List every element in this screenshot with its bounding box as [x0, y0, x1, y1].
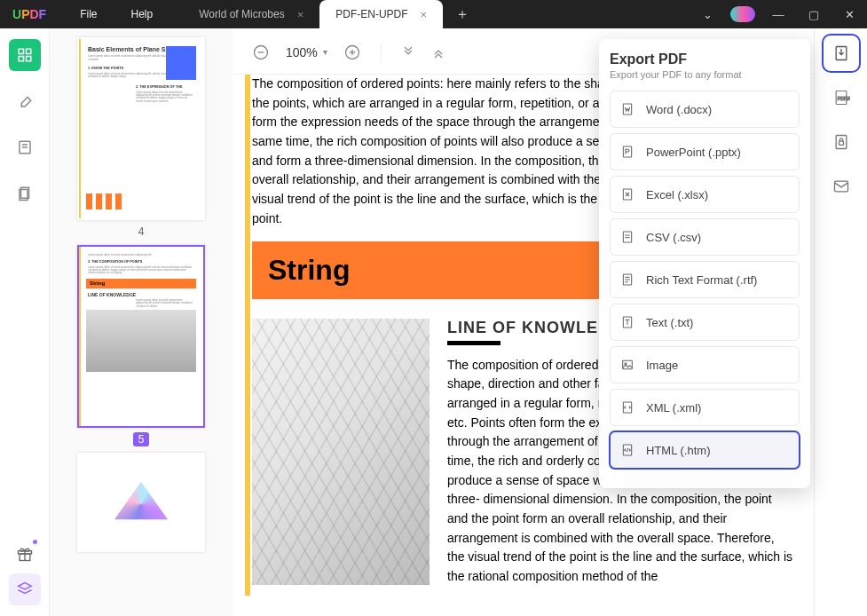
zoom-level[interactable]: 100%▾ [286, 45, 327, 59]
export-option-powerpoint[interactable]: PowerPoint (.pptx) [610, 133, 800, 170]
dropdown-icon[interactable]: ⌄ [690, 0, 725, 28]
layers-button[interactable] [9, 573, 41, 605]
page-number: 4 [138, 225, 145, 238]
ai-button[interactable] [725, 0, 761, 28]
powerpoint-icon [619, 144, 635, 160]
svg-rect-2 [19, 57, 23, 61]
window-controls: ⌄ — ▢ ✕ [690, 0, 867, 28]
app-logo: UPDF [12, 7, 46, 21]
text-icon [619, 314, 635, 330]
html-icon [619, 442, 635, 458]
page-number: 5 [133, 432, 150, 446]
tab-world-of-microbes[interactable]: World of Microbes × [183, 0, 319, 28]
scroll-down-button[interactable] [401, 45, 415, 59]
architecture-image [252, 319, 430, 585]
excel-icon [619, 186, 635, 202]
maximize-button[interactable]: ▢ [796, 0, 832, 28]
thumbnail-page-5[interactable]: Lorem ipsum dolor sit amet consectetur a… [62, 245, 220, 446]
word-icon [619, 101, 635, 117]
gift-button[interactable] [9, 538, 41, 570]
thumb-sub: LINE OF KNOWLEDGE [88, 292, 194, 297]
panel-subtitle: Export your PDF to any format [610, 69, 800, 80]
thumb-title: PRISM DECOMPOSITION SUNLIGHT EXPERIMENT [86, 462, 196, 477]
tab-add-button[interactable]: ＋ [443, 0, 482, 28]
tab-label: World of Microbes [199, 8, 284, 20]
svg-marker-12 [19, 583, 32, 590]
scroll-up-button[interactable] [431, 45, 445, 59]
thumbnail-page-4[interactable]: Basic Elements of Plane Space Lorem ipsu… [62, 37, 220, 238]
protect-button[interactable] [825, 126, 857, 158]
minimize-button[interactable]: — [761, 0, 796, 28]
export-pdf-button[interactable] [825, 37, 857, 69]
svg-rect-3 [26, 57, 30, 61]
thumbnail-page-6[interactable]: PRISM DECOMPOSITION SUNLIGHT EXPERIMENT [62, 453, 220, 552]
chevron-down-icon: ▾ [323, 47, 327, 57]
export-option-csv[interactable]: CSV (.csv) [610, 218, 800, 256]
export-option-image[interactable]: Image [610, 346, 800, 383]
export-option-xml[interactable]: XML (.xml) [610, 389, 800, 426]
annotate-tool[interactable] [9, 85, 41, 117]
sidebar-right: PDF/A [814, 28, 867, 616]
sidebar-left [0, 30, 50, 616]
export-option-text[interactable]: Text (.txt) [610, 304, 800, 341]
svg-rect-23 [839, 141, 843, 145]
tab-label: PDF-EN-UPDF [335, 8, 407, 20]
thumbnails-tool[interactable] [9, 39, 41, 71]
svg-rect-36 [623, 360, 633, 368]
menu-help[interactable]: Help [131, 8, 154, 20]
close-button[interactable]: ✕ [832, 0, 867, 28]
export-pdf-panel: Export PDF Export your PDF to any format… [599, 39, 810, 488]
tabs: World of Microbes × PDF-EN-UPDF × ＋ [183, 0, 482, 28]
pages-tool[interactable] [9, 178, 41, 209]
titlebar: UPDF File Help World of Microbes × PDF-E… [0, 0, 867, 28]
csv-icon [619, 229, 635, 245]
tab-pdf-en-updf[interactable]: PDF-EN-UPDF × [319, 0, 443, 28]
pdf-convert-button[interactable]: PDF/A [825, 82, 857, 114]
svg-rect-22 [836, 136, 847, 149]
svg-rect-0 [19, 49, 23, 53]
svg-text:PDF/A: PDF/A [837, 96, 849, 101]
share-button[interactable] [825, 170, 857, 202]
export-option-html[interactable]: HTML (.htm) [610, 431, 800, 469]
export-option-word[interactable]: Word (.docx) [610, 91, 800, 128]
close-icon[interactable]: × [297, 8, 304, 21]
xml-icon [619, 399, 635, 415]
bookmarks-tool[interactable] [9, 131, 41, 163]
export-option-excel[interactable]: Excel (.xlsx) [610, 176, 800, 213]
svg-rect-24 [834, 181, 847, 192]
close-icon[interactable]: × [421, 8, 428, 21]
svg-rect-28 [623, 232, 631, 242]
export-option-rtf[interactable]: Rich Text Format (.rtf) [610, 261, 800, 298]
rtf-icon [619, 272, 635, 288]
zoom-in-button[interactable] [343, 43, 361, 61]
zoom-out-button[interactable] [252, 43, 270, 61]
panel-title: Export PDF [610, 51, 800, 67]
thumbnail-panel: Basic Elements of Plane Space Lorem ipsu… [50, 28, 233, 616]
menu-file[interactable]: File [80, 8, 97, 20]
thumb-strip: String [86, 279, 196, 288]
svg-rect-1 [26, 49, 30, 53]
image-icon [619, 357, 635, 373]
